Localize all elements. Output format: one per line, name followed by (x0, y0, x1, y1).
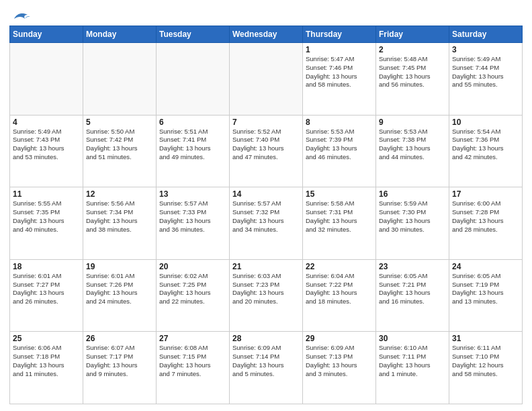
calendar-cell: 31Sunrise: 6:11 AMSunset: 7:10 PMDayligh… (449, 332, 523, 404)
day-number: 21 (232, 262, 300, 271)
day-info: Sunrise: 5:48 AMSunset: 7:45 PMDaylight:… (379, 55, 446, 89)
day-info: Sunrise: 5:57 AMSunset: 7:32 PMDaylight:… (232, 199, 300, 234)
week-row-1: 1Sunrise: 5:47 AMSunset: 7:46 PMDaylight… (10, 43, 523, 116)
day-info: Sunrise: 6:08 AMSunset: 7:15 PMDaylight:… (159, 344, 226, 378)
weekday-header-sunday: Sunday (10, 26, 83, 43)
calendar-cell: 4Sunrise: 5:49 AMSunset: 7:43 PMDaylight… (10, 115, 83, 187)
calendar-cell: 17Sunrise: 6:00 AMSunset: 7:28 PMDayligh… (449, 187, 523, 260)
day-info: Sunrise: 6:05 AMSunset: 7:19 PMDaylight:… (452, 272, 519, 306)
day-number: 15 (306, 189, 373, 199)
weekday-header-wednesday: Wednesday (230, 26, 303, 43)
weekday-header-friday: Friday (376, 26, 449, 43)
weekday-header-row: SundayMondayTuesdayWednesdayThursdayFrid… (10, 26, 523, 43)
day-info: Sunrise: 5:49 AMSunset: 7:43 PMDaylight:… (13, 128, 80, 162)
day-info: Sunrise: 6:09 AMSunset: 7:13 PMDaylight:… (306, 344, 373, 378)
day-info: Sunrise: 5:56 AMSunset: 7:34 PMDaylight:… (86, 199, 153, 234)
weekday-header-saturday: Saturday (449, 26, 523, 43)
day-number: 18 (13, 262, 80, 271)
calendar-cell: 24Sunrise: 6:05 AMSunset: 7:19 PMDayligh… (449, 259, 523, 332)
day-number: 1 (306, 45, 373, 54)
day-number: 20 (159, 262, 226, 271)
calendar-cell: 8Sunrise: 5:53 AMSunset: 7:39 PMDaylight… (303, 115, 376, 187)
week-row-4: 18Sunrise: 6:01 AMSunset: 7:27 PMDayligh… (10, 259, 523, 332)
day-info: Sunrise: 6:05 AMSunset: 7:21 PMDaylight:… (379, 272, 446, 306)
day-number: 6 (159, 118, 226, 127)
day-number: 30 (379, 334, 446, 343)
week-row-2: 4Sunrise: 5:49 AMSunset: 7:43 PMDaylight… (10, 115, 523, 187)
day-info: Sunrise: 5:57 AMSunset: 7:33 PMDaylight:… (159, 199, 226, 234)
day-info: Sunrise: 5:47 AMSunset: 7:46 PMDaylight:… (306, 55, 373, 89)
weekday-header-thursday: Thursday (303, 26, 376, 43)
day-number: 3 (452, 45, 519, 54)
day-number: 13 (159, 189, 226, 199)
calendar-cell (83, 43, 157, 116)
day-number: 14 (232, 189, 300, 199)
calendar-cell: 19Sunrise: 6:01 AMSunset: 7:26 PMDayligh… (83, 259, 157, 332)
day-number: 27 (159, 334, 226, 343)
day-number: 22 (306, 262, 373, 271)
calendar-cell: 12Sunrise: 5:56 AMSunset: 7:34 PMDayligh… (83, 187, 157, 260)
calendar-cell: 28Sunrise: 6:09 AMSunset: 7:14 PMDayligh… (230, 332, 303, 404)
calendar-cell: 6Sunrise: 5:51 AMSunset: 7:41 PMDaylight… (157, 115, 230, 187)
day-info: Sunrise: 6:04 AMSunset: 7:22 PMDaylight:… (306, 272, 373, 306)
weekday-header-monday: Monday (83, 26, 157, 43)
calendar-cell: 27Sunrise: 6:08 AMSunset: 7:15 PMDayligh… (157, 332, 230, 404)
day-number: 9 (379, 118, 446, 127)
calendar-table: SundayMondayTuesdayWednesdayThursdayFrid… (9, 26, 523, 404)
weekday-header-tuesday: Tuesday (157, 26, 230, 43)
calendar-cell: 30Sunrise: 6:10 AMSunset: 7:11 PMDayligh… (376, 332, 449, 404)
calendar-cell: 23Sunrise: 6:05 AMSunset: 7:21 PMDayligh… (376, 259, 449, 332)
calendar-cell: 25Sunrise: 6:06 AMSunset: 7:18 PMDayligh… (10, 332, 83, 404)
day-number: 10 (452, 118, 519, 127)
day-number: 24 (452, 262, 519, 271)
day-number: 31 (452, 334, 519, 343)
day-info: Sunrise: 6:09 AMSunset: 7:14 PMDaylight:… (232, 344, 300, 378)
day-info: Sunrise: 5:50 AMSunset: 7:42 PMDaylight:… (86, 128, 153, 162)
day-info: Sunrise: 6:02 AMSunset: 7:25 PMDaylight:… (159, 272, 226, 306)
calendar-cell (157, 43, 230, 116)
day-info: Sunrise: 6:00 AMSunset: 7:28 PMDaylight:… (452, 199, 519, 234)
header (9, 7, 523, 21)
calendar-cell (10, 43, 83, 116)
calendar-cell: 20Sunrise: 6:02 AMSunset: 7:25 PMDayligh… (157, 259, 230, 332)
day-info: Sunrise: 5:55 AMSunset: 7:35 PMDaylight:… (13, 199, 80, 234)
calendar-cell: 7Sunrise: 5:52 AMSunset: 7:40 PMDaylight… (230, 115, 303, 187)
calendar-cell: 18Sunrise: 6:01 AMSunset: 7:27 PMDayligh… (10, 259, 83, 332)
day-info: Sunrise: 6:01 AMSunset: 7:27 PMDaylight:… (13, 272, 80, 306)
week-row-5: 25Sunrise: 6:06 AMSunset: 7:18 PMDayligh… (10, 332, 523, 404)
day-number: 2 (379, 45, 446, 54)
page: SundayMondayTuesdayWednesdayThursdayFrid… (0, 0, 532, 411)
logo (9, 9, 30, 21)
day-info: Sunrise: 6:11 AMSunset: 7:10 PMDaylight:… (452, 344, 519, 378)
calendar-cell: 15Sunrise: 5:58 AMSunset: 7:31 PMDayligh… (303, 187, 376, 260)
day-number: 16 (379, 189, 446, 199)
week-row-3: 11Sunrise: 5:55 AMSunset: 7:35 PMDayligh… (10, 187, 523, 260)
calendar-cell: 2Sunrise: 5:48 AMSunset: 7:45 PMDaylight… (376, 43, 449, 116)
day-number: 23 (379, 262, 446, 271)
day-info: Sunrise: 5:59 AMSunset: 7:30 PMDaylight:… (379, 199, 446, 234)
day-number: 8 (306, 118, 373, 127)
calendar-cell: 21Sunrise: 6:03 AMSunset: 7:23 PMDayligh… (230, 259, 303, 332)
day-info: Sunrise: 6:07 AMSunset: 7:17 PMDaylight:… (86, 344, 153, 378)
calendar-cell: 5Sunrise: 5:50 AMSunset: 7:42 PMDaylight… (83, 115, 157, 187)
logo-bird-icon (11, 9, 30, 24)
calendar-cell: 13Sunrise: 5:57 AMSunset: 7:33 PMDayligh… (157, 187, 230, 260)
day-info: Sunrise: 5:49 AMSunset: 7:44 PMDaylight:… (452, 55, 519, 89)
calendar-cell: 9Sunrise: 5:53 AMSunset: 7:38 PMDaylight… (376, 115, 449, 187)
day-number: 7 (232, 118, 300, 127)
day-info: Sunrise: 6:10 AMSunset: 7:11 PMDaylight:… (379, 344, 446, 378)
calendar-cell: 16Sunrise: 5:59 AMSunset: 7:30 PMDayligh… (376, 187, 449, 260)
day-number: 17 (452, 189, 519, 199)
day-number: 12 (86, 189, 153, 199)
day-number: 4 (13, 118, 80, 127)
day-number: 11 (13, 189, 80, 199)
calendar-cell: 1Sunrise: 5:47 AMSunset: 7:46 PMDaylight… (303, 43, 376, 116)
day-info: Sunrise: 6:01 AMSunset: 7:26 PMDaylight:… (86, 272, 153, 306)
day-info: Sunrise: 6:06 AMSunset: 7:18 PMDaylight:… (13, 344, 80, 378)
day-number: 25 (13, 334, 80, 343)
day-info: Sunrise: 6:03 AMSunset: 7:23 PMDaylight:… (232, 272, 300, 306)
calendar-cell: 3Sunrise: 5:49 AMSunset: 7:44 PMDaylight… (449, 43, 523, 116)
calendar-cell: 10Sunrise: 5:54 AMSunset: 7:36 PMDayligh… (449, 115, 523, 187)
day-number: 29 (306, 334, 373, 343)
day-number: 19 (86, 262, 153, 271)
